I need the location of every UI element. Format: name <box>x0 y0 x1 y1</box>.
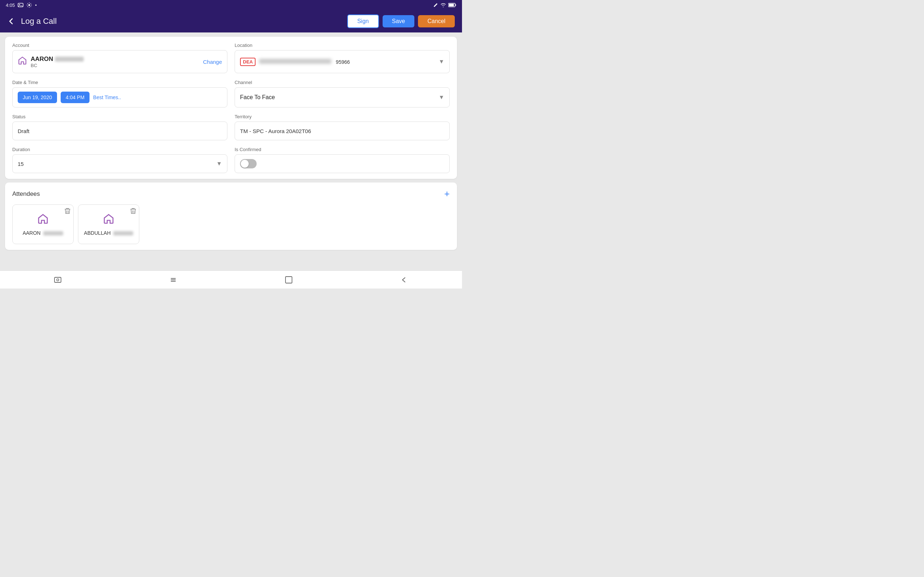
is-confirmed-field: Is Confirmed <box>234 147 450 173</box>
wifi-icon <box>440 3 446 7</box>
attendee-house-icon-0 <box>37 213 49 227</box>
account-box: AARON BC Change <box>12 50 228 73</box>
cancel-button[interactable]: Cancel <box>418 15 455 27</box>
territory-value: TM - SPC - Aurora 20A02T06 <box>240 128 311 134</box>
house-icon <box>18 56 27 65</box>
form-card: Account AARON BC <box>5 37 457 179</box>
attendees-header: Attendees + <box>12 188 450 200</box>
edit-icon <box>433 3 438 8</box>
account-house-icon <box>18 56 27 68</box>
main-content: Account AARON BC <box>0 32 462 271</box>
datetime-box: Jun 19, 2020 4:04 PM Best Times.. <box>12 87 228 108</box>
attendees-card: Attendees + AARON <box>5 182 457 250</box>
account-label: Account <box>12 43 228 48</box>
bottom-nav <box>0 271 462 288</box>
dea-badge: DEA <box>240 58 255 66</box>
add-attendee-button[interactable]: + <box>444 188 450 200</box>
page-title: Log a Call <box>21 16 341 26</box>
svg-rect-11 <box>286 277 292 283</box>
channel-value: Face To Face <box>240 94 275 101</box>
delete-attendee-1[interactable] <box>130 208 136 216</box>
status-field: Status Draft <box>12 114 228 140</box>
status-bar-left: 4:05 • <box>6 2 37 8</box>
nav-bar: Log a Call Sign Save Cancel <box>0 10 462 32</box>
screenshot-icon <box>54 276 62 284</box>
account-sub: BC <box>31 63 84 68</box>
attendee-house-1 <box>103 213 115 225</box>
image-icon <box>18 2 23 8</box>
duration-value: 15 <box>18 161 24 167</box>
bottom-nav-screenshot[interactable] <box>47 272 69 287</box>
account-field: Account AARON BC <box>12 43 228 73</box>
address-blurred <box>259 59 331 64</box>
status-box: Draft <box>12 121 228 140</box>
status-value: Draft <box>18 128 30 134</box>
datetime-label: Date & Time <box>12 80 228 85</box>
menu-icon <box>169 276 177 284</box>
is-confirmed-box <box>234 154 450 173</box>
channel-select[interactable]: Face To Face ▼ <box>234 87 450 108</box>
trash-icon-1 <box>130 208 136 214</box>
datetime-field: Date & Time Jun 19, 2020 4:04 PM Best Ti… <box>12 80 228 108</box>
change-link[interactable]: Change <box>203 59 222 65</box>
channel-dropdown-arrow: ▼ <box>439 94 444 101</box>
location-field: Location DEA 95966 ▼ <box>234 43 450 73</box>
zip-code: 95966 <box>336 59 350 65</box>
channel-label: Channel <box>234 80 450 85</box>
location-label: Location <box>234 43 450 48</box>
form-grid: Account AARON BC <box>12 43 450 173</box>
location-dropdown-arrow: ▼ <box>439 58 444 65</box>
svg-rect-6 <box>55 277 61 282</box>
attendee-name-1: ABDULLAH <box>84 230 134 236</box>
dot-indicator: • <box>35 3 37 8</box>
location-box[interactable]: DEA 95966 ▼ <box>234 50 450 73</box>
account-name-row: AARON <box>31 56 84 63</box>
save-button[interactable]: Save <box>383 15 414 27</box>
confirmed-toggle[interactable] <box>240 159 257 168</box>
back-button[interactable] <box>7 17 15 25</box>
territory-label: Territory <box>234 114 450 119</box>
svg-point-7 <box>57 279 59 281</box>
attendee-name-0: AARON <box>23 230 63 236</box>
date-button[interactable]: Jun 19, 2020 <box>18 92 57 103</box>
channel-field: Channel Face To Face ▼ <box>234 80 450 108</box>
status-bar: 4:05 • <box>0 0 462 10</box>
sign-button[interactable]: Sign <box>347 15 379 28</box>
settings-icon <box>26 2 32 8</box>
delete-attendee-0[interactable] <box>65 208 70 216</box>
duration-field: Duration 15 ▼ <box>12 147 228 173</box>
duration-box[interactable]: 15 ▼ <box>12 154 228 173</box>
attendee-house-0 <box>37 213 49 225</box>
svg-rect-5 <box>449 4 454 6</box>
account-name-blurred <box>55 56 84 62</box>
attendees-title: Attendees <box>12 190 40 198</box>
time-display: 4:05 <box>6 3 15 8</box>
attendee-card-0: AARON <box>12 205 74 244</box>
back-arrow-icon <box>7 17 15 25</box>
nav-back-icon <box>400 276 408 284</box>
status-label: Status <box>12 114 228 119</box>
svg-rect-4 <box>456 4 456 6</box>
account-name: AARON <box>31 56 53 62</box>
svg-point-2 <box>29 4 30 6</box>
trash-icon <box>65 208 70 214</box>
duration-label: Duration <box>12 147 228 152</box>
location-address: 95966 <box>259 59 435 65</box>
attendees-list: AARON ABDULLAH <box>12 205 450 244</box>
attendee-0-blurred <box>43 231 63 235</box>
home-circle-icon <box>285 276 293 284</box>
territory-field: Territory TM - SPC - Aurora 20A02T06 <box>234 114 450 140</box>
status-bar-right <box>433 3 456 8</box>
bottom-nav-home[interactable] <box>278 272 300 287</box>
territory-box: TM - SPC - Aurora 20A02T06 <box>234 121 450 140</box>
best-times-link[interactable]: Best Times.. <box>93 95 121 100</box>
is-confirmed-label: Is Confirmed <box>234 147 450 152</box>
attendee-house-icon-1 <box>103 213 115 227</box>
bottom-nav-menu[interactable] <box>162 272 184 287</box>
account-details: AARON BC <box>31 56 84 68</box>
account-info: AARON BC <box>18 56 84 68</box>
time-button[interactable]: 4:04 PM <box>61 92 89 103</box>
bottom-nav-back[interactable] <box>393 272 415 287</box>
duration-dropdown-arrow: ▼ <box>216 161 222 167</box>
nav-actions: Sign Save Cancel <box>347 15 455 28</box>
